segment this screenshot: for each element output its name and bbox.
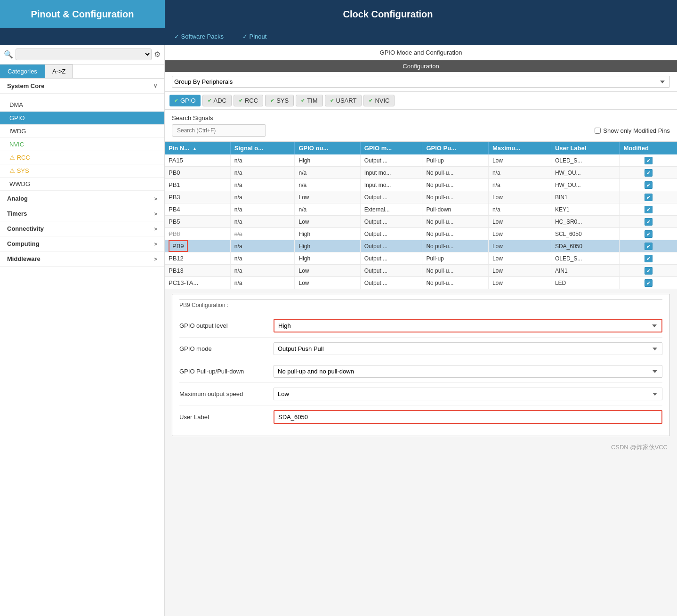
table-row[interactable]: PA15 n/a High Output ... Pull-up Low OLE… [165,154,677,167]
cell-max-speed: Low [488,154,551,167]
col-pin-name[interactable]: Pin N... ▲ [165,142,230,154]
pinout-config-title: Pinout & Configuration [31,9,134,20]
col-gpio-pu[interactable]: GPIO Pu... [422,142,489,154]
sub-header: ✓ Software Packs ✓ Pinout [0,28,677,45]
cell-gpio-out: Low [295,265,360,277]
tab-tim[interactable]: ✔ TIM [296,95,322,106]
tab-adc[interactable]: ✔ ADC [202,95,232,106]
cell-modified: ✔ [620,277,677,289]
sort-arrow-icon: ▲ [192,146,197,151]
table-header-row: Pin N... ▲ Signal o... GPIO ou... GPIO m… [165,142,677,154]
table-row[interactable]: PB4 n/a n/a External... Pull-down n/a KE… [165,203,677,216]
software-packs-item[interactable]: ✓ Software Packs [165,28,233,45]
cell-gpio-pu: Pull-up [422,252,489,265]
tab-categories[interactable]: Categories [0,65,45,78]
table-row[interactable]: PB0 n/a n/a Input mo... No pull-u... n/a… [165,167,677,179]
cell-gpio-out: n/a [295,203,360,216]
cell-signal: n/a [230,252,295,265]
cell-gpio-out: High [295,240,360,252]
cell-gpio-pu: No pull-u... [422,167,489,179]
table-row[interactable]: PC13-TA... n/a Low Output ... No pull-u.… [165,277,677,289]
cell-gpio-out: High [295,154,360,167]
cell-modified: ✔ [620,179,677,191]
table-row[interactable]: PB5 n/a Low Output ... No pull-u... Low … [165,216,677,228]
show-modified-checkbox[interactable] [595,128,601,134]
sidebar-item-dma[interactable]: DMA [0,98,164,112]
col-modified[interactable]: Modified [620,142,677,154]
sidebar-item-gpio[interactable]: GPIO [0,112,164,125]
search-row: Show only Modified Pins [172,124,670,137]
group-by-select[interactable]: Group By Peripherals [172,76,670,88]
config-label-gpio-output-level: GPIO output level [179,322,274,329]
gpio-mode-select[interactable]: Output Push Pull [274,342,662,355]
sidebar-section-middleware[interactable]: Middleware > [0,251,164,267]
table-row[interactable]: PB9 n/a High Output ... No pull-u... Low… [165,240,677,252]
tab-gpio[interactable]: ✔ GPIO [169,95,201,106]
cell-modified: ✔ [620,216,677,228]
tab-sys[interactable]: ✔ SYS [265,95,294,106]
chevron-down-icon: ∨ [153,83,157,89]
cell-max-speed: Low [488,277,551,289]
table-row[interactable]: PB12 n/a High Output ... Pull-up Low OLE… [165,252,677,265]
sidebar-section-analog[interactable]: Analog > [0,191,164,206]
sidebar-section-system-core[interactable]: System Core ∨ [0,79,164,94]
col-max-speed[interactable]: Maximu... [488,142,551,154]
config-value-max-speed: Low [274,388,662,400]
sidebar-section-computing[interactable]: Computing > [0,236,164,251]
cell-pin-name: PC13-TA... [165,277,230,289]
tab-az[interactable]: A->Z [45,65,73,78]
gpio-mode-title: GPIO Mode and Configuration [165,45,677,60]
col-signal[interactable]: Signal o... [230,142,295,154]
chevron-right-icon-3: > [154,226,157,232]
cell-gpio-mode: Input mo... [360,167,422,179]
sidebar-item-iwdg[interactable]: IWDG [0,125,164,138]
sidebar-section-timers[interactable]: Timers > [0,206,164,221]
gear-icon[interactable]: ⚙ [154,50,161,59]
cell-gpio-mode: Output ... [360,277,422,289]
col-user-label[interactable]: User Label [551,142,620,154]
sidebar-item-wwdg[interactable]: WWDG [0,178,164,191]
sidebar-item-nvic[interactable]: NVIC [0,138,164,151]
pb9-config-title: PB9 Configuration : [179,299,662,308]
config-value-gpio-mode: Output Push Pull [274,342,662,355]
tab-row: ✔ GPIO ✔ ADC ✔ RCC ✔ SYS ✔ TIM [165,92,677,110]
config-row-gpio-output-level: GPIO output level High [179,314,662,338]
config-bar: Configuration [165,60,677,72]
sidebar-item-rcc[interactable]: RCC [0,151,164,164]
gpio-pullup-select[interactable]: No pull-up and no pull-down [274,365,662,378]
table-row[interactable]: PB13 n/a Low Output ... No pull-u... Low… [165,265,677,277]
cell-gpio-pu: No pull-u... [422,265,489,277]
search-select[interactable] [16,49,152,60]
cell-pin-name: PB5 [165,216,230,228]
table-row[interactable]: PB3 n/a Low Output ... No pull-u... Low … [165,191,677,203]
cell-gpio-mode: Output ... [360,216,422,228]
sidebar-section-connectivity[interactable]: Connectivity > [0,221,164,236]
col-gpio-mode[interactable]: GPIO m... [360,142,422,154]
tab-rcc[interactable]: ✔ RCC [234,95,263,106]
user-label-input[interactable] [274,410,662,424]
middleware-label: Middleware [7,255,40,262]
sidebar-item-sys[interactable]: SYS [0,164,164,178]
table-row[interactable]: PB8 n/a High Output ... No pull-u... Low… [165,228,677,240]
tab-usart[interactable]: ✔ USART [325,95,362,106]
col-gpio-out[interactable]: GPIO ou... [295,142,360,154]
max-speed-select[interactable]: Low [274,388,662,400]
pb9-config-section: PB9 Configuration : GPIO output level Hi… [172,294,670,436]
pinout-item[interactable]: ✓ Pinout [233,28,276,45]
tab-nvic[interactable]: ✔ NVIC [363,95,395,106]
modified-check-icon: ✔ [645,230,653,238]
cell-user-label: SCL_6050 [551,228,620,240]
cell-pin-name: PA15 [165,154,230,167]
analog-label: Analog [7,195,28,202]
cell-signal: n/a [230,203,295,216]
config-row-gpio-pullup: GPIO Pull-up/Pull-down No pull-up and no… [179,360,662,383]
sidebar-tabs: Categories A->Z [0,65,164,79]
search-signals-input[interactable] [172,124,266,137]
gpio-output-level-select[interactable]: High [274,319,662,332]
config-row-gpio-mode: GPIO mode Output Push Pull [179,338,662,360]
cell-pin-name: PB3 [165,191,230,203]
table-row[interactable]: PB1 n/a n/a Input mo... No pull-u... n/a… [165,179,677,191]
header-right [611,0,677,28]
cell-user-label: OLED_S... [551,154,620,167]
cell-gpio-pu: Pull-up [422,154,489,167]
